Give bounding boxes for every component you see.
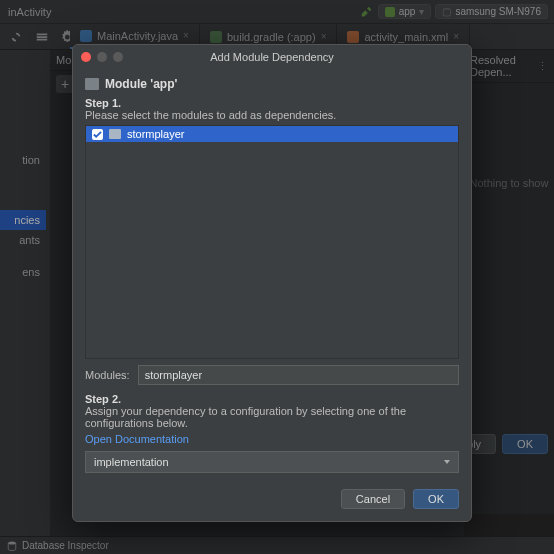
close-window-icon[interactable] <box>81 52 91 62</box>
add-module-dependency-dialog: Add Module Dependency Module 'app' Step … <box>72 44 472 522</box>
dialog-title: Add Module Dependency <box>210 51 334 63</box>
step1-text: Please select the modules to add as depe… <box>85 109 459 121</box>
minimize-window-icon[interactable] <box>97 52 107 62</box>
module-name: Module 'app' <box>105 77 177 91</box>
module-icon <box>85 78 99 90</box>
cancel-button[interactable]: Cancel <box>341 489 405 509</box>
module-item-label: stormplayer <box>127 128 184 140</box>
modules-input[interactable] <box>138 365 459 385</box>
ok-button[interactable]: OK <box>413 489 459 509</box>
modules-label: Modules: <box>85 369 130 381</box>
configuration-value: implementation <box>94 456 169 468</box>
module-list-item[interactable]: stormplayer <box>86 126 458 142</box>
checkbox-checked-icon[interactable] <box>92 129 103 140</box>
configuration-select[interactable]: implementation <box>85 451 459 473</box>
open-documentation-link[interactable]: Open Documentation <box>85 433 459 445</box>
step2-text: Assign your dependency to a configuratio… <box>85 405 459 429</box>
dialog-titlebar[interactable]: Add Module Dependency <box>73 45 471 69</box>
module-list[interactable]: stormplayer <box>85 125 459 359</box>
step1-label: Step 1. <box>85 97 459 109</box>
zoom-window-icon[interactable] <box>113 52 123 62</box>
module-folder-icon <box>109 129 121 139</box>
step2-label: Step 2. <box>85 393 459 405</box>
chevron-down-icon <box>444 460 450 464</box>
